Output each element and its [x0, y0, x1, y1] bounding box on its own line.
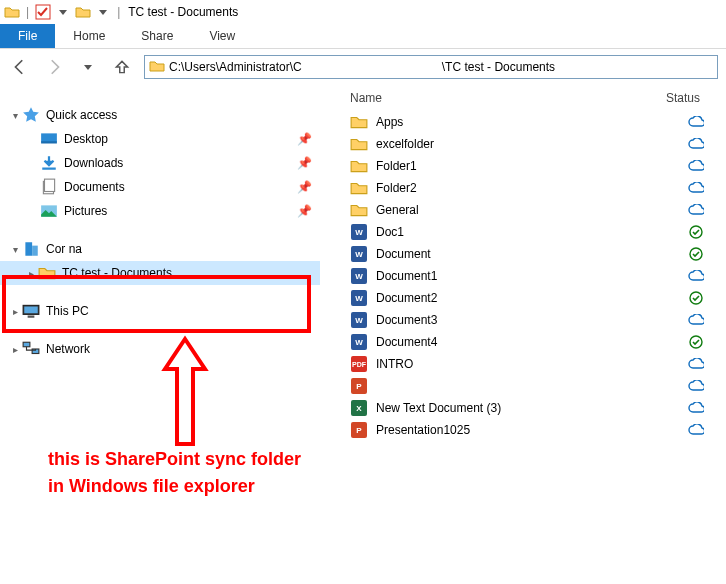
view-tab[interactable]: View — [191, 24, 253, 48]
forward-button[interactable] — [42, 55, 66, 79]
this-pc-node[interactable]: ▸ This PC — [0, 299, 320, 323]
word-icon: W — [350, 333, 368, 351]
file-name: Document — [376, 247, 666, 261]
nav-label: Network — [46, 342, 90, 356]
status-synced-icon — [666, 225, 726, 239]
folder-icon — [350, 201, 368, 219]
file-name: General — [376, 203, 666, 217]
quick-access-node[interactable]: ▾ Quick access — [0, 103, 320, 127]
file-name: INTRO — [376, 357, 666, 371]
chevron-right-icon[interactable]: ▸ — [8, 344, 22, 355]
file-row[interactable]: Folder1 — [320, 155, 726, 177]
word-icon: W — [350, 267, 368, 285]
pin-icon: 📌 — [297, 204, 312, 218]
status-cloud-icon — [666, 138, 726, 150]
file-row[interactable]: Folder2 — [320, 177, 726, 199]
sharepoint-root-node[interactable]: ▾ Cor na — [0, 237, 320, 261]
status-cloud-icon — [666, 160, 726, 172]
status-cloud-icon — [666, 424, 726, 436]
separator-icon-2: | — [117, 5, 120, 19]
nav-label: Downloads — [64, 156, 123, 170]
status-synced-icon — [666, 291, 726, 305]
svg-rect-10 — [24, 307, 38, 314]
recent-dropdown[interactable] — [76, 55, 100, 79]
word-icon: W — [350, 223, 368, 241]
status-cloud-icon — [666, 182, 726, 194]
qat-dropdown-icon-2[interactable] — [95, 4, 111, 20]
file-row[interactable]: WDoc1 — [320, 221, 726, 243]
status-synced-icon — [666, 335, 726, 349]
svg-rect-7 — [25, 242, 32, 256]
file-row[interactable]: XNew Text Document (3) — [320, 397, 726, 419]
sharepoint-sync-folder[interactable]: ▸ TC test - Documents — [0, 261, 320, 285]
file-name: Document3 — [376, 313, 666, 327]
svg-rect-12 — [23, 342, 30, 347]
quick-access-label: Quick access — [46, 108, 117, 122]
pin-icon: 📌 — [297, 132, 312, 146]
file-row[interactable]: General — [320, 199, 726, 221]
svg-rect-8 — [32, 246, 38, 256]
address-input[interactable] — [169, 60, 713, 74]
chevron-down-icon[interactable]: ▾ — [8, 244, 22, 255]
documents-icon — [40, 178, 58, 196]
folder-icon — [38, 264, 56, 282]
file-row[interactable]: PDFINTRO — [320, 353, 726, 375]
pin-icon: 📌 — [297, 156, 312, 170]
file-row[interactable]: WDocument3 — [320, 309, 726, 331]
nav-pictures[interactable]: Pictures 📌 — [0, 199, 320, 223]
folder-small-icon-2[interactable] — [75, 4, 91, 20]
folder-icon — [350, 113, 368, 131]
share-tab[interactable]: Share — [123, 24, 191, 48]
status-cloud-icon — [666, 204, 726, 216]
column-name-header[interactable]: Name — [320, 91, 666, 105]
pin-icon: 📌 — [297, 180, 312, 194]
file-row[interactable]: WDocument1 — [320, 265, 726, 287]
file-row[interactable]: WDocument4 — [320, 331, 726, 353]
file-name: New Text Document (3) — [376, 401, 666, 415]
nav-label: TC test - Documents — [62, 266, 172, 280]
desktop-icon — [40, 130, 58, 148]
ppt-icon: P — [350, 377, 368, 395]
nav-downloads[interactable]: Downloads 📌 — [0, 151, 320, 175]
status-cloud-icon — [666, 380, 726, 392]
nav-label: Cor na — [46, 242, 82, 256]
status-cloud-icon — [666, 402, 726, 414]
file-tab[interactable]: File — [0, 24, 55, 48]
column-status-header[interactable]: Status — [666, 91, 726, 105]
chevron-right-icon[interactable]: ▸ — [24, 268, 38, 279]
up-button[interactable] — [110, 55, 134, 79]
column-headers[interactable]: Name Status — [320, 85, 726, 111]
nav-label: Documents — [64, 180, 125, 194]
svg-rect-5 — [45, 179, 55, 191]
back-button[interactable] — [8, 55, 32, 79]
network-node[interactable]: ▸ Network — [0, 337, 320, 361]
file-row[interactable]: Apps — [320, 111, 726, 133]
properties-checkbox-icon[interactable] — [35, 4, 51, 20]
qat-dropdown-icon[interactable] — [55, 4, 71, 20]
chevron-down-icon[interactable]: ▾ — [8, 110, 22, 121]
navigation-pane: ▾ Quick access Desktop 📌 Downloads 📌 Doc… — [0, 85, 320, 584]
status-cloud-icon — [666, 116, 726, 128]
svg-rect-2 — [41, 141, 57, 143]
home-tab[interactable]: Home — [55, 24, 123, 48]
file-row[interactable]: WDocument — [320, 243, 726, 265]
separator-icon: | — [26, 5, 29, 19]
folder-small-icon[interactable] — [4, 4, 20, 20]
file-name: Presentation1025 — [376, 423, 666, 437]
file-row[interactable]: P — [320, 375, 726, 397]
file-row[interactable]: excelfolder — [320, 133, 726, 155]
address-bar[interactable] — [144, 55, 718, 79]
excel-icon: X — [350, 399, 368, 417]
file-row[interactable]: PPresentation1025 — [320, 419, 726, 441]
nav-documents[interactable]: Documents 📌 — [0, 175, 320, 199]
file-name: excelfolder — [376, 137, 666, 151]
nav-label: Pictures — [64, 204, 107, 218]
network-icon — [22, 340, 40, 358]
folder-icon — [350, 135, 368, 153]
building-icon — [22, 240, 40, 258]
file-row[interactable]: WDocument2 — [320, 287, 726, 309]
chevron-right-icon[interactable]: ▸ — [8, 306, 22, 317]
ribbon: File Home Share View — [0, 24, 726, 48]
window-title: TC test - Documents — [128, 5, 238, 19]
nav-desktop[interactable]: Desktop 📌 — [0, 127, 320, 151]
